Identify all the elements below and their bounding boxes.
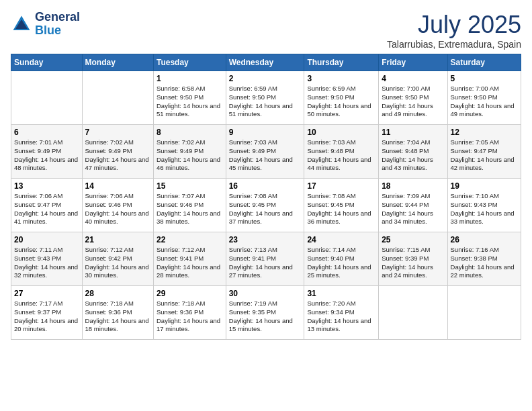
calendar-cell: 31Sunrise: 7:20 AM Sunset: 9:34 PM Dayli… (304, 286, 379, 340)
day-info: Sunrise: 7:02 AM Sunset: 9:49 PM Dayligh… (85, 138, 150, 173)
day-info: Sunrise: 7:12 AM Sunset: 9:41 PM Dayligh… (157, 246, 223, 280)
day-info: Sunrise: 7:10 AM Sunset: 9:43 PM Dayligh… (451, 192, 518, 226)
day-info: Sunrise: 7:00 AM Sunset: 9:50 PM Dayligh… (382, 85, 444, 119)
calendar-cell: 10Sunrise: 7:03 AM Sunset: 9:48 PM Dayli… (304, 125, 379, 179)
day-info: Sunrise: 7:08 AM Sunset: 9:45 PM Dayligh… (229, 192, 302, 226)
calendar-cell: 30Sunrise: 7:19 AM Sunset: 9:35 PM Dayli… (226, 286, 304, 340)
calendar-cell: 27Sunrise: 7:17 AM Sunset: 9:37 PM Dayli… (11, 286, 83, 340)
day-info: Sunrise: 6:59 AM Sunset: 9:50 PM Dayligh… (229, 85, 302, 119)
calendar-week-4: 20Sunrise: 7:11 AM Sunset: 9:43 PM Dayli… (11, 232, 521, 286)
title-block: July 2025 Talarrubias, Extremadura, Spai… (387, 11, 521, 50)
day-info: Sunrise: 7:03 AM Sunset: 9:48 PM Dayligh… (307, 138, 375, 173)
page-header: General Blue July 2025 Talarrubias, Extr… (11, 11, 521, 50)
weekday-header-sunday: Sunday (11, 54, 83, 71)
logo-icon (11, 13, 32, 35)
calendar-week-2: 6Sunrise: 7:01 AM Sunset: 9:49 PM Daylig… (11, 125, 521, 179)
calendar-cell: 15Sunrise: 7:07 AM Sunset: 9:46 PM Dayli… (154, 179, 226, 232)
calendar-cell: 9Sunrise: 7:03 AM Sunset: 9:49 PM Daylig… (226, 125, 304, 179)
calendar-cell: 7Sunrise: 7:02 AM Sunset: 9:49 PM Daylig… (82, 125, 153, 179)
day-number: 30 (229, 289, 302, 298)
day-number: 5 (451, 74, 518, 83)
day-number: 26 (451, 235, 518, 244)
calendar-cell: 2Sunrise: 6:59 AM Sunset: 9:50 PM Daylig… (226, 71, 304, 125)
day-number: 27 (14, 289, 79, 298)
calendar-cell: 23Sunrise: 7:13 AM Sunset: 9:41 PM Dayli… (226, 232, 304, 286)
day-info: Sunrise: 7:09 AM Sunset: 9:44 PM Dayligh… (382, 192, 444, 226)
day-number: 16 (229, 181, 302, 191)
day-number: 14 (85, 181, 150, 191)
weekday-header-monday: Monday (82, 54, 153, 71)
weekday-header-wednesday: Wednesday (226, 54, 304, 71)
day-number: 28 (85, 289, 150, 298)
day-info: Sunrise: 7:06 AM Sunset: 9:46 PM Dayligh… (85, 192, 150, 226)
day-number: 25 (382, 235, 444, 244)
day-number: 12 (451, 128, 518, 137)
day-info: Sunrise: 7:13 AM Sunset: 9:41 PM Dayligh… (229, 246, 302, 280)
logo: General Blue (11, 11, 80, 38)
calendar-week-3: 13Sunrise: 7:06 AM Sunset: 9:47 PM Dayli… (11, 179, 521, 232)
logo-text: General Blue (35, 11, 80, 38)
day-number: 15 (157, 181, 223, 191)
day-number: 7 (85, 128, 150, 137)
day-number: 1 (157, 74, 223, 83)
day-number: 2 (229, 74, 302, 83)
calendar-cell: 20Sunrise: 7:11 AM Sunset: 9:43 PM Dayli… (11, 232, 83, 286)
day-number: 4 (382, 74, 444, 83)
calendar-cell: 24Sunrise: 7:14 AM Sunset: 9:40 PM Dayli… (304, 232, 379, 286)
calendar-cell: 14Sunrise: 7:06 AM Sunset: 9:46 PM Dayli… (82, 179, 153, 232)
calendar-cell: 5Sunrise: 7:00 AM Sunset: 9:50 PM Daylig… (447, 71, 521, 125)
day-info: Sunrise: 7:16 AM Sunset: 9:38 PM Dayligh… (451, 246, 518, 280)
day-info: Sunrise: 7:18 AM Sunset: 9:36 PM Dayligh… (157, 300, 223, 334)
day-number: 23 (229, 235, 302, 244)
day-info: Sunrise: 7:15 AM Sunset: 9:39 PM Dayligh… (382, 246, 444, 280)
calendar-cell: 19Sunrise: 7:10 AM Sunset: 9:43 PM Dayli… (447, 179, 521, 232)
day-info: Sunrise: 7:06 AM Sunset: 9:47 PM Dayligh… (14, 192, 79, 226)
day-info: Sunrise: 7:07 AM Sunset: 9:46 PM Dayligh… (157, 192, 223, 226)
day-info: Sunrise: 6:59 AM Sunset: 9:50 PM Dayligh… (307, 85, 375, 119)
day-info: Sunrise: 7:02 AM Sunset: 9:49 PM Dayligh… (157, 138, 223, 173)
day-info: Sunrise: 7:08 AM Sunset: 9:45 PM Dayligh… (307, 192, 375, 226)
day-number: 20 (14, 235, 79, 244)
calendar-cell: 6Sunrise: 7:01 AM Sunset: 9:49 PM Daylig… (11, 125, 83, 179)
calendar-cell: 22Sunrise: 7:12 AM Sunset: 9:41 PM Dayli… (154, 232, 226, 286)
calendar-cell: 1Sunrise: 6:58 AM Sunset: 9:50 PM Daylig… (154, 71, 226, 125)
calendar-cell: 4Sunrise: 7:00 AM Sunset: 9:50 PM Daylig… (379, 71, 447, 125)
day-number: 3 (307, 74, 375, 83)
calendar-cell: 8Sunrise: 7:02 AM Sunset: 9:49 PM Daylig… (154, 125, 226, 179)
day-number: 19 (451, 181, 518, 191)
day-info: Sunrise: 7:00 AM Sunset: 9:50 PM Dayligh… (451, 85, 518, 119)
day-number: 11 (382, 128, 444, 137)
day-info: Sunrise: 7:11 AM Sunset: 9:43 PM Dayligh… (14, 246, 79, 280)
day-number: 9 (229, 128, 302, 137)
calendar-table: SundayMondayTuesdayWednesdayThursdayFrid… (11, 54, 521, 340)
day-info: Sunrise: 7:03 AM Sunset: 9:49 PM Dayligh… (229, 138, 302, 173)
calendar-cell: 12Sunrise: 7:05 AM Sunset: 9:47 PM Dayli… (447, 125, 521, 179)
day-number: 13 (14, 181, 79, 191)
weekday-header-thursday: Thursday (304, 54, 379, 71)
day-info: Sunrise: 7:19 AM Sunset: 9:35 PM Dayligh… (229, 300, 302, 334)
calendar-week-1: 1Sunrise: 6:58 AM Sunset: 9:50 PM Daylig… (11, 71, 521, 125)
calendar-cell: 17Sunrise: 7:08 AM Sunset: 9:45 PM Dayli… (304, 179, 379, 232)
calendar-cell: 26Sunrise: 7:16 AM Sunset: 9:38 PM Dayli… (447, 232, 521, 286)
month-title: July 2025 (387, 11, 521, 39)
day-number: 24 (307, 235, 375, 244)
calendar-cell: 18Sunrise: 7:09 AM Sunset: 9:44 PM Dayli… (379, 179, 447, 232)
calendar-week-5: 27Sunrise: 7:17 AM Sunset: 9:37 PM Dayli… (11, 286, 521, 340)
day-info: Sunrise: 7:17 AM Sunset: 9:37 PM Dayligh… (14, 300, 79, 334)
day-info: Sunrise: 7:12 AM Sunset: 9:42 PM Dayligh… (85, 246, 150, 280)
day-info: Sunrise: 7:04 AM Sunset: 9:48 PM Dayligh… (382, 138, 444, 173)
day-number: 6 (14, 128, 79, 137)
day-number: 10 (307, 128, 375, 137)
day-info: Sunrise: 7:05 AM Sunset: 9:47 PM Dayligh… (451, 138, 518, 173)
day-info: Sunrise: 6:58 AM Sunset: 9:50 PM Dayligh… (157, 85, 223, 119)
calendar-cell: 3Sunrise: 6:59 AM Sunset: 9:50 PM Daylig… (304, 71, 379, 125)
day-number: 31 (307, 289, 375, 298)
calendar-cell: 29Sunrise: 7:18 AM Sunset: 9:36 PM Dayli… (154, 286, 226, 340)
calendar-cell: 11Sunrise: 7:04 AM Sunset: 9:48 PM Dayli… (379, 125, 447, 179)
calendar-cell (11, 71, 83, 125)
calendar-cell: 21Sunrise: 7:12 AM Sunset: 9:42 PM Dayli… (82, 232, 153, 286)
day-number: 29 (157, 289, 223, 298)
weekday-header-saturday: Saturday (447, 54, 521, 71)
calendar-cell: 16Sunrise: 7:08 AM Sunset: 9:45 PM Dayli… (226, 179, 304, 232)
calendar-cell: 28Sunrise: 7:18 AM Sunset: 9:36 PM Dayli… (82, 286, 153, 340)
